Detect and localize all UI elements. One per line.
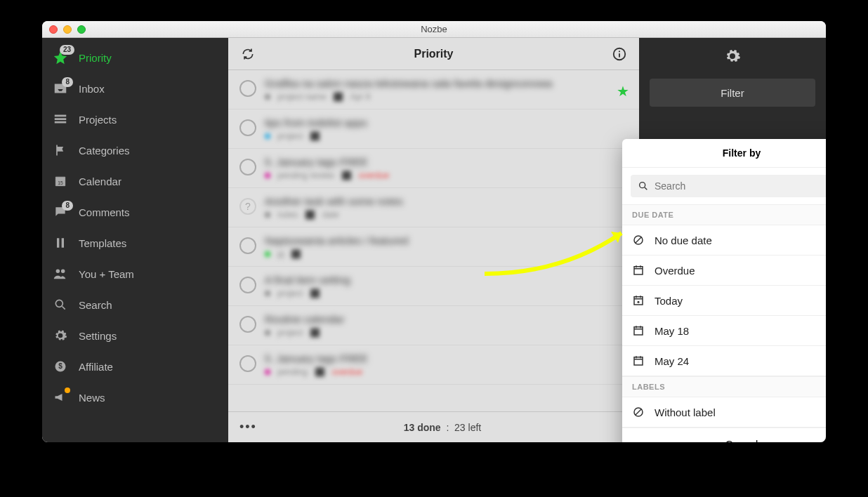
- svg-point-11: [638, 301, 640, 303]
- task-row[interactable]: Routine calendar project · ⬛: [228, 306, 639, 345]
- filter-option-without-label[interactable]: Without label: [622, 397, 826, 428]
- filter-option-today[interactable]: Today: [622, 286, 826, 316]
- sidebar-item-inbox[interactable]: 8 Inbox: [42, 73, 228, 104]
- gear-icon: [52, 327, 69, 344]
- projects-icon: [52, 111, 69, 128]
- star-icon[interactable]: ★: [617, 83, 629, 100]
- search-icon: [638, 180, 649, 192]
- svg-point-7: [640, 183, 645, 188]
- filter-option-label: Without label: [655, 406, 716, 418]
- task-checkbox[interactable]: [239, 355, 256, 372]
- sidebar-item-team[interactable]: You + Team: [42, 258, 228, 289]
- task-checkbox[interactable]: [239, 316, 256, 333]
- popover-section-labels: LABELS: [622, 376, 826, 397]
- sidebar-item-calendar[interactable]: 15 Calendar: [42, 166, 228, 197]
- sidebar-item-categories[interactable]: Categories: [42, 135, 228, 166]
- task-list[interactable]: Grafika na salon nasza tekstowana sala f…: [228, 70, 639, 411]
- inbox-icon: 8: [52, 80, 69, 97]
- sidebar-item-label: Affiliate: [79, 361, 113, 373]
- popover-section-duedate: DUE DATE: [622, 204, 826, 225]
- svg-rect-13: [634, 357, 643, 365]
- sidebar-item-priority[interactable]: 23 Priority: [42, 42, 228, 73]
- info-button[interactable]: [610, 44, 629, 64]
- sidebar: 23 Priority 8 Inbox Projects: [42, 38, 228, 442]
- dollar-icon: $: [52, 358, 69, 375]
- comments-icon: 8: [52, 204, 69, 220]
- sidebar-item-comments[interactable]: 8 Comments: [42, 197, 228, 227]
- svg-rect-10: [634, 297, 643, 305]
- svg-rect-9: [634, 267, 643, 274]
- sidebar-item-label: You + Team: [79, 268, 134, 280]
- templates-icon: [52, 234, 69, 251]
- task-checkbox[interactable]: [239, 80, 256, 97]
- footer-status: 13 done : 23 left: [257, 422, 628, 433]
- task-checkbox[interactable]: [239, 159, 256, 175]
- task-title: Routine calendar: [265, 313, 628, 325]
- task-checkbox[interactable]: ?: [239, 198, 256, 215]
- sidebar-item-templates[interactable]: Templates: [42, 227, 228, 258]
- task-row[interactable]: 5. January tags FREE pending · ⬛ · overd…: [228, 345, 639, 385]
- filter-button-label: Filter: [721, 87, 744, 99]
- calendar-icon: 15: [52, 173, 69, 190]
- task-row[interactable]: tips from todolist apps project · ⬛: [228, 110, 639, 149]
- calendar-icon: [632, 354, 645, 367]
- priority-badge: 23: [60, 45, 74, 55]
- popover-title: Filter by: [622, 139, 826, 168]
- task-row[interactable]: Napisowania articles i featured pj · ⬛: [228, 227, 639, 267]
- filter-option-may24[interactable]: May 24: [622, 346, 826, 376]
- task-title: Another task with some notes: [265, 195, 628, 207]
- window-title: Nozbe: [42, 24, 826, 34]
- sidebar-item-label: News: [79, 392, 105, 404]
- svg-text:$: $: [58, 362, 63, 370]
- task-row[interactable]: 5. January tags FREE pending review · ⬛ …: [228, 149, 639, 188]
- sidebar-item-affiliate[interactable]: $ Affiliate: [42, 351, 228, 382]
- main-footer: ••• 13 done : 23 left: [228, 411, 639, 442]
- sidebar-item-label: Settings: [79, 330, 117, 342]
- sidebar-item-label: Calendar: [79, 175, 121, 187]
- popover-search[interactable]: [631, 175, 826, 197]
- refresh-button[interactable]: [238, 44, 258, 64]
- sidebar-item-settings[interactable]: Settings: [42, 320, 228, 351]
- svg-point-1: [55, 300, 63, 307]
- task-title: Napisowania articles i featured: [265, 234, 628, 246]
- comments-badge: 8: [62, 201, 73, 211]
- filter-popover: Filter by DUE DATE No due date Overdue T…: [622, 139, 826, 442]
- popover-search-input[interactable]: [655, 180, 826, 192]
- calendar-icon: [632, 264, 645, 277]
- sidebar-item-search[interactable]: Search: [42, 289, 228, 320]
- svg-rect-12: [634, 327, 643, 335]
- task-title: A final item setting: [265, 274, 628, 286]
- flag-icon: [52, 142, 69, 159]
- popover-cancel-button[interactable]: Cancel: [622, 428, 826, 442]
- filter-option-may18[interactable]: May 18: [622, 316, 826, 346]
- filter-option-label: No due date: [655, 234, 712, 246]
- filter-option-overdue[interactable]: Overdue: [622, 256, 826, 286]
- task-checkbox[interactable]: [239, 277, 256, 293]
- sidebar-item-label: Comments: [79, 206, 130, 218]
- filter-option-no-due-date[interactable]: No due date: [622, 225, 826, 256]
- sidebar-item-label: Search: [79, 299, 112, 311]
- task-checkbox[interactable]: [239, 119, 256, 136]
- none-icon: [632, 406, 645, 418]
- svg-point-5: [619, 51, 620, 52]
- filter-option-label: Today: [655, 295, 683, 307]
- filter-option-label: May 24: [655, 355, 689, 367]
- task-title: 5. January tags FREE: [265, 156, 628, 168]
- more-button[interactable]: •••: [239, 420, 257, 435]
- task-checkbox[interactable]: [239, 237, 256, 254]
- sidebar-item-label: Inbox: [79, 83, 105, 95]
- filter-button[interactable]: Filter: [650, 79, 815, 107]
- sidebar-item-news[interactable]: News: [42, 382, 228, 413]
- task-row[interactable]: A final item setting project · ⬛: [228, 267, 639, 306]
- task-row[interactable]: ? Another task with some notes notes · ⬛…: [228, 188, 639, 227]
- none-icon: [632, 234, 645, 246]
- svg-text:15: 15: [58, 180, 63, 185]
- sidebar-item-projects[interactable]: Projects: [42, 104, 228, 135]
- app-window: Nozbe 23 Priority 8 Inbox: [42, 21, 826, 442]
- calendar-icon: [632, 324, 645, 337]
- gear-icon[interactable]: [724, 48, 741, 65]
- task-row[interactable]: Grafika na salon nasza tekstowana sala f…: [228, 70, 639, 110]
- window-titlebar: Nozbe: [42, 21, 826, 38]
- main-panel: Priority Grafika na salon nasza tekstowa…: [228, 38, 639, 442]
- sidebar-item-label: Projects: [79, 114, 117, 126]
